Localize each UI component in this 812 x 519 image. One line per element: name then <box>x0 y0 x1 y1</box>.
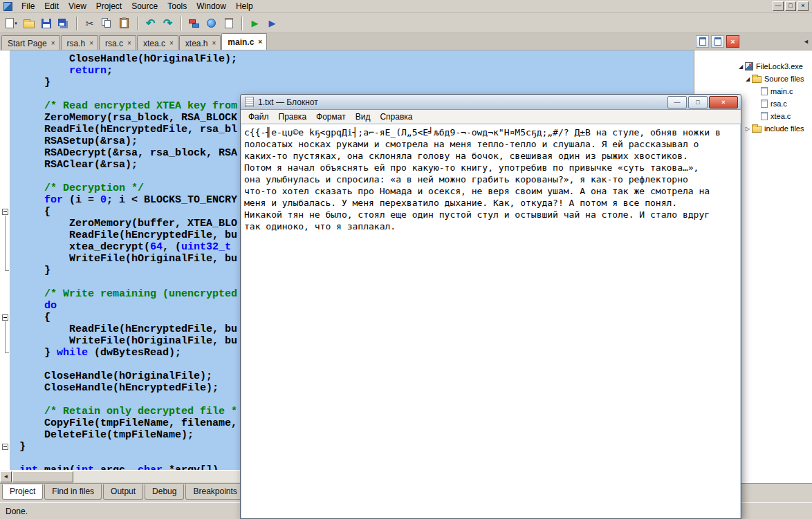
cut-button[interactable]: ✂ <box>82 15 98 31</box>
run-button[interactable]: ▶ <box>247 15 263 31</box>
tab-close-icon[interactable]: × <box>212 40 216 47</box>
save-button[interactable] <box>38 15 54 31</box>
rebuild-button[interactable] <box>221 15 237 31</box>
copy-button[interactable] <box>99 15 115 31</box>
tree-item-source-files[interactable]: ◢Source files <box>694 73 812 85</box>
menu-edit[interactable]: Edit <box>39 0 64 12</box>
toolbar-separator <box>137 17 138 30</box>
notepad-title: 1.txt — Блокнот <box>258 97 318 107</box>
tab-start-page[interactable]: Start Page× <box>1 35 60 50</box>
fold-marker-icon[interactable] <box>2 209 8 215</box>
notepad-menubar: ФайлПравкаФорматВидСправка <box>241 110 741 124</box>
menu-source[interactable]: Source <box>127 0 163 12</box>
notepad-text-line: каких-то пустяках, она склоняла голову н… <box>244 150 739 162</box>
bottom-tab-find-in-files[interactable]: Find in files <box>44 484 102 500</box>
save-all-icon <box>58 19 66 26</box>
minimize-button[interactable]: — <box>773 1 784 11</box>
dropdown-arrow-icon: ▾ <box>15 21 17 26</box>
panel-header-buttons: × <box>696 35 739 48</box>
folder-icon <box>752 76 762 83</box>
fold-marker-icon[interactable] <box>2 444 8 450</box>
notepad-maximize-button[interactable]: □ <box>688 96 708 108</box>
undo-button[interactable]: ↶ <box>142 15 158 31</box>
tab-rsa-c[interactable]: rsa.c× <box>99 35 136 50</box>
tab-main-c[interactable]: main.c× <box>221 33 267 50</box>
expander-icon[interactable]: ▷ <box>744 126 751 132</box>
bottom-tab-breakpoints[interactable]: Breakpoints <box>185 484 244 500</box>
compile-button[interactable] <box>186 15 202 31</box>
notepad-window: 1.txt — Блокнот —□× ФайлПравкаФорматВидС… <box>240 94 741 519</box>
menu-window[interactable]: Window <box>192 0 231 12</box>
expander-icon[interactable]: ◢ <box>744 76 751 82</box>
step-button[interactable]: ▶ <box>264 15 280 31</box>
panel-doc-1-button[interactable] <box>696 35 709 48</box>
menu-project[interactable]: Project <box>91 0 127 12</box>
notepad-text-line: так одиноко, что я заплакал. <box>244 220 739 232</box>
toolbar-separator <box>76 17 77 30</box>
notepad-minimize-button[interactable]: — <box>667 96 687 108</box>
restore-button[interactable]: □ <box>785 1 796 11</box>
bottom-tab-debug[interactable]: Debug <box>145 484 184 500</box>
notepad-window-buttons: —□× <box>666 96 738 108</box>
build-icon <box>207 19 216 28</box>
close-button[interactable]: × <box>797 1 809 11</box>
save-all-button[interactable] <box>55 15 71 31</box>
toolbar-separator <box>181 17 181 30</box>
notepad-close-button[interactable]: × <box>709 96 738 108</box>
panel-close-button[interactable]: × <box>726 35 739 48</box>
tab-close-icon[interactable]: × <box>169 40 174 47</box>
tab-rsa-h[interactable]: rsa.h× <box>61 35 99 50</box>
fold-line-end <box>5 352 9 353</box>
notepad-titlebar[interactable]: 1.txt — Блокнот —□× <box>241 95 741 110</box>
notepad-menu--[interactable]: Справка <box>375 111 417 123</box>
notepad-text-line: она улыбнулась и спросила: «а в ней можн… <box>244 173 739 185</box>
fold-marker-icon[interactable] <box>2 314 8 321</box>
folder-icon <box>752 126 762 133</box>
menu-help[interactable]: Help <box>231 0 258 12</box>
menu-view[interactable]: View <box>64 0 91 12</box>
fold-line-end <box>5 270 9 271</box>
cut-icon: ✂ <box>86 18 94 29</box>
editor-tabs: Start Page×rsa.h×rsa.c×xtea.c×xtea.h×mai… <box>1 33 268 50</box>
panel-doc-2-button[interactable] <box>711 35 724 48</box>
ide-menu-items: FileEditViewProjectSourceToolsWindowHelp <box>17 0 258 12</box>
redo-button[interactable]: ↷ <box>160 15 176 31</box>
menu-file[interactable]: File <box>17 0 39 12</box>
tab-close-icon[interactable]: × <box>51 40 55 47</box>
tab-scroll-left-icon[interactable]: ◄ <box>803 38 809 45</box>
toolbar-separator <box>241 17 242 30</box>
new-file-button[interactable]: ▾ <box>3 15 19 31</box>
notepad-menu--[interactable]: Формат <box>311 111 351 123</box>
file-icon <box>761 87 768 95</box>
bottom-tab-project[interactable]: Project <box>2 484 43 500</box>
open-file-button[interactable] <box>21 15 37 31</box>
tab-xtea-h[interactable]: xtea.h× <box>179 35 221 50</box>
hscroll-left-button[interactable]: ◄ <box>0 471 12 482</box>
notepad-menu--[interactable]: Вид <box>351 111 376 123</box>
expander-icon[interactable]: ◢ <box>737 64 744 70</box>
build-button[interactable] <box>203 15 219 31</box>
menu-tools[interactable]: Tools <box>163 0 192 12</box>
tab-close-icon[interactable]: × <box>258 39 262 46</box>
compile-icon <box>189 19 200 28</box>
copy-icon <box>102 18 112 28</box>
tab-close-icon[interactable]: × <box>89 40 93 47</box>
file-icon <box>761 100 768 108</box>
tree-item-filelock3-exe[interactable]: ◢FileLock3.exe <box>694 60 812 73</box>
status-text: Done. <box>6 507 28 516</box>
app-icon <box>3 2 12 11</box>
paste-icon <box>120 18 129 28</box>
notepad-menu--[interactable]: Правка <box>274 111 312 123</box>
bottom-tab-output[interactable]: Output <box>103 484 143 500</box>
tab-xtea-c[interactable]: xtea.c× <box>137 35 178 50</box>
file-icon <box>761 112 768 120</box>
notepad-menu--[interactable]: Файл <box>243 111 274 123</box>
code-line: CloseHandle(hOriginalFile); <box>19 53 694 65</box>
hscroll-thumb[interactable] <box>12 471 73 482</box>
ide-menubar: FileEditViewProjectSourceToolsWindowHelp… <box>0 0 812 13</box>
notepad-text-line: Никакой тян не было, стоял еще один пуст… <box>244 209 739 220</box>
notepad-text-area[interactable]: c{{-╢e-цџ©е kҕ<gpqДі┤;a⌐-яЕ_(Л„5<Е╛љбд9-… <box>241 124 740 518</box>
tab-close-icon[interactable]: × <box>127 40 131 47</box>
paste-button[interactable] <box>116 15 132 31</box>
notepad-text-line: полосатых носках руками и смотрела на ме… <box>244 138 739 150</box>
